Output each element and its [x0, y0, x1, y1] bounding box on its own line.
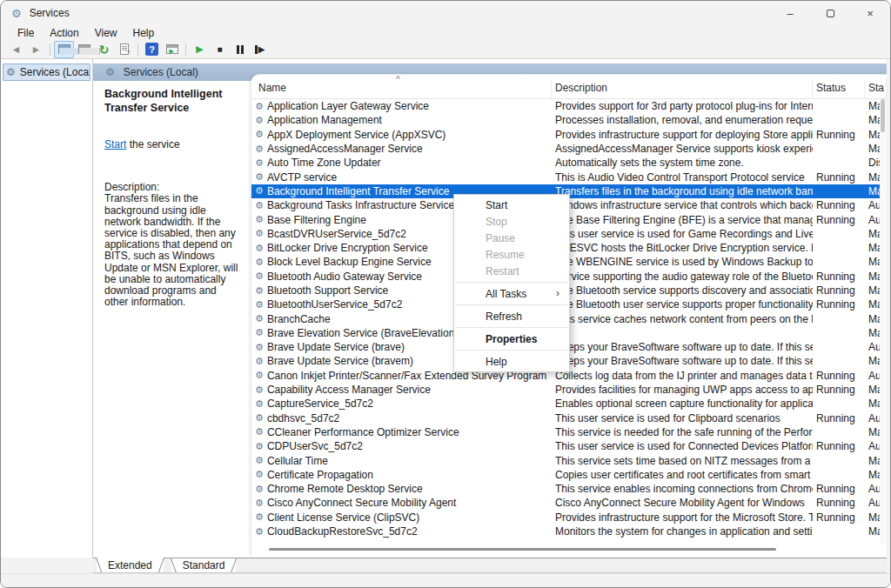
start-service-button[interactable]: ▶: [190, 41, 210, 58]
gear-icon: ⚙: [255, 385, 264, 395]
gear-icon: ⚙: [255, 116, 264, 125]
gear-icon: ⚙: [255, 244, 264, 253]
restart-service-button[interactable]: ▶: [250, 41, 270, 58]
column-header-name[interactable]: Name: [251, 79, 552, 98]
tree-item-label: Services (Local): [20, 66, 90, 78]
gear-icon: ⚙: [255, 257, 264, 267]
service-status-cell: Running: [813, 271, 865, 283]
toolbar-separator: [50, 43, 50, 56]
start-service-link[interactable]: Start: [104, 138, 126, 150]
service-row[interactable]: ⚙Application ManagementProcesses install…: [251, 113, 887, 127]
gear-icon: ⚙: [255, 371, 264, 380]
service-row[interactable]: ⚙Client License Service (ClipSVC)Provide…: [251, 511, 887, 525]
column-header-status[interactable]: Status: [813, 79, 865, 98]
service-status-cell: Running: [813, 129, 865, 141]
service-description-cell: Provides infrastructure support for the …: [552, 511, 813, 524]
vertical-scrollbar-thumb[interactable]: [881, 99, 885, 132]
column-header-sta[interactable]: Sta: [865, 79, 887, 98]
service-name-cell: ⚙CCleaner Performance Optimizer Service: [251, 426, 552, 438]
service-row[interactable]: ⚙CDPUserSvc_5d7c2This user service is us…: [251, 439, 887, 453]
menu-help[interactable]: Help: [125, 26, 163, 40]
pause-service-button[interactable]: [230, 41, 250, 58]
service-name: BluetoothUserService_5d7c2: [267, 298, 402, 311]
vertical-scrollbar[interactable]: [880, 99, 887, 545]
service-status-cell: Running: [813, 171, 865, 184]
tab-extended[interactable]: Extended: [97, 558, 164, 572]
stop-service-button[interactable]: ■: [210, 41, 230, 58]
context-menu-item-start[interactable]: Start: [454, 197, 569, 213]
context-menu-item-resume[interactable]: Resume: [454, 246, 569, 263]
service-description-cell: Transfers files in the background using …: [552, 185, 813, 197]
gear-icon: ⚙: [255, 527, 264, 537]
help-button[interactable]: ?: [142, 41, 162, 58]
gear-icon: ⚙: [255, 215, 264, 224]
service-row[interactable]: ⚙CaptureService_5d7c2Enables optional sc…: [251, 397, 887, 411]
context-menu-item-all-tasks[interactable]: All Tasks›: [454, 285, 569, 302]
horizontal-scrollbar-thumb[interactable]: [269, 548, 776, 551]
menu-file[interactable]: File: [10, 26, 42, 40]
gear-icon: ⚙: [255, 172, 264, 182]
service-name: Block Level Backup Engine Service: [267, 256, 432, 268]
forward-button[interactable]: ►: [26, 41, 46, 58]
service-description-cell: This user service is used for Connected …: [552, 440, 813, 452]
maximize-button[interactable]: [810, 1, 850, 25]
menu-action[interactable]: Action: [42, 26, 86, 40]
service-status-cell: Running: [813, 412, 865, 424]
tree-item-services-local[interactable]: ⚙ Services (Local): [3, 63, 90, 81]
export-list-button[interactable]: →: [114, 41, 134, 58]
service-name: cbdhsvc_5d7c2: [267, 412, 339, 424]
service-row[interactable]: ⚙AppX Deployment Service (AppXSVC)Provid…: [251, 128, 887, 142]
service-row[interactable]: ⚙AVCTP serviceThis is Audio Video Contro…: [251, 170, 887, 184]
tab-standard[interactable]: Standard: [171, 558, 237, 572]
service-name: Application Layer Gateway Service: [267, 100, 429, 112]
service-row[interactable]: ⚙Auto Time Zone UpdaterAutomatically set…: [251, 156, 887, 170]
context-menu-separator: [456, 282, 567, 283]
minimize-button[interactable]: –: [770, 1, 810, 25]
service-row[interactable]: ⚙Application Layer Gateway ServiceProvid…: [251, 99, 887, 113]
service-row[interactable]: ⚙Certificate PropagationCopies user cert…: [251, 468, 887, 482]
service-description-cell: The Bluetooth service supports discovery…: [552, 284, 813, 297]
toolbar-separator: [185, 43, 186, 56]
context-menu-item-pause[interactable]: Pause: [454, 230, 569, 246]
service-row[interactable]: ⚙CCleaner Performance Optimizer ServiceT…: [251, 425, 887, 439]
service-name-cell: ⚙Cellular Time: [251, 455, 552, 467]
context-menu-item-stop[interactable]: Stop: [454, 213, 569, 230]
service-description-cell: Processes installation, removal, and enu…: [552, 114, 813, 126]
service-name: Bluetooth Support Service: [267, 284, 388, 297]
export-list-icon: →: [120, 43, 129, 55]
minimize-icon: –: [787, 7, 793, 20]
close-button[interactable]: ×: [850, 1, 890, 25]
service-name: Bluetooth Audio Gateway Service: [267, 271, 422, 283]
show-action-pane-button[interactable]: ▶: [162, 41, 182, 58]
service-row[interactable]: ⚙CloudBackupRestoreSvc_5d7c2Monitors the…: [251, 525, 887, 538]
service-description-cell: Provides infrastructure support for depl…: [552, 129, 813, 141]
service-status-cell: Running: [813, 370, 865, 382]
horizontal-scrollbar[interactable]: [251, 546, 880, 553]
restart-icon: ▶: [255, 45, 265, 54]
service-description-cell: Keeps your BraveSoftware software up to …: [552, 355, 813, 367]
service-name: AppX Deployment Service (AppXSVC): [267, 129, 446, 141]
context-menu-item-properties[interactable]: Properties: [454, 331, 569, 347]
context-menu-item-restart[interactable]: Restart: [454, 263, 569, 279]
console-tree-panel: ⚙ Services (Local): [1, 59, 93, 558]
context-menu-item-help[interactable]: Help: [454, 353, 569, 370]
chevron-right-icon: ›: [556, 287, 559, 299]
help-icon: ?: [145, 43, 158, 56]
service-row[interactable]: ⚙Cisco AnyConnect Secure Mobility AgentC…: [251, 496, 887, 510]
service-row[interactable]: ⚙AssignedAccessManager ServiceAssignedAc…: [251, 142, 887, 156]
show-console-tree-button[interactable]: [54, 41, 74, 58]
service-row[interactable]: ⚙Cellular TimeThis service sets time bas…: [251, 453, 887, 467]
description-label: Description:: [104, 181, 159, 193]
window-title: Services: [30, 7, 70, 19]
arrow-right-icon: ►: [31, 43, 42, 56]
service-row[interactable]: ⚙Chrome Remote Desktop ServiceThis servi…: [251, 482, 887, 496]
back-button[interactable]: ◄: [6, 41, 26, 58]
service-name-cell: ⚙AppX Deployment Service (AppXSVC): [251, 129, 552, 141]
service-row[interactable]: ⚙Capability Access Manager ServiceProvid…: [251, 383, 887, 397]
context-menu-item-refresh[interactable]: Refresh: [454, 308, 569, 324]
column-header-description[interactable]: Description: [552, 79, 813, 98]
service-description-cell: This service sets time based on NITZ mes…: [552, 455, 813, 467]
service-name: Cisco AnyConnect Secure Mobility Agent: [267, 497, 456, 509]
menu-view[interactable]: View: [87, 26, 125, 40]
service-row[interactable]: ⚙cbdhsvc_5d7c2This user service is used …: [251, 411, 887, 425]
